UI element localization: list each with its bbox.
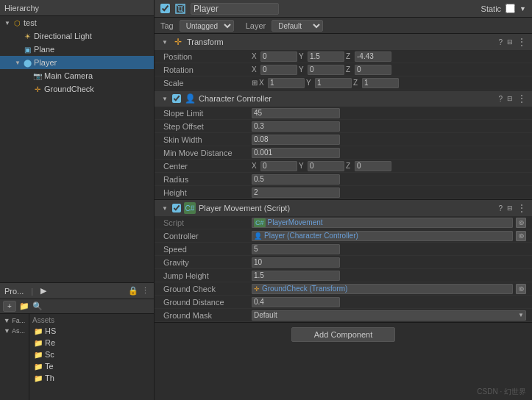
- transform-collapse[interactable]: ▼: [160, 38, 169, 46]
- tree-item-test[interactable]: ▼ ⬡ test: [0, 16, 154, 29]
- position-x-input[interactable]: [260, 51, 297, 62]
- project-title: Pro...: [4, 287, 24, 296]
- tree-item-player[interactable]: ▼ ⬤ Player: [0, 56, 154, 69]
- radius-label: Radius: [163, 175, 252, 184]
- step-offset-input[interactable]: [252, 121, 340, 132]
- cc-more-icon[interactable]: ⋮: [517, 93, 526, 104]
- y-label: Y: [299, 65, 306, 74]
- speed-input[interactable]: [252, 244, 340, 254]
- tree-item-plane[interactable]: ▶ ▣ Plane: [0, 43, 154, 56]
- radius-input[interactable]: [252, 174, 340, 185]
- ground-mask-dropdown[interactable]: Default ▼: [252, 310, 526, 321]
- scale-z-input[interactable]: [362, 78, 399, 88]
- folder-te[interactable]: 📁 Te: [32, 360, 151, 372]
- inspector-scroll[interactable]: ▼ ✛ Transform ? ⊟ ⋮ Position X Y: [155, 34, 532, 400]
- controller-link-btn[interactable]: ◎: [516, 231, 526, 241]
- step-offset-row: Step Offset: [155, 120, 532, 133]
- tree-item-directional-light[interactable]: ▶ ☀ Directional Light: [0, 29, 154, 43]
- tree-label: Player: [34, 58, 57, 67]
- folder-hs[interactable]: 📁 HS: [32, 325, 151, 337]
- step-offset-label: Step Offset: [163, 122, 252, 131]
- player-header: Static ▼: [155, 0, 532, 18]
- folder-re[interactable]: 📁 Re: [32, 337, 151, 349]
- pm-more-icon[interactable]: ⋮: [517, 203, 526, 213]
- player-name-input[interactable]: [191, 3, 279, 15]
- cc-collapse[interactable]: ▼: [160, 94, 169, 103]
- controller-icon-small: 👤: [254, 232, 262, 240]
- rotation-x-input[interactable]: [260, 65, 297, 75]
- z-label: Z: [346, 52, 353, 60]
- add-component-button[interactable]: Add Component: [291, 327, 396, 342]
- position-z-input[interactable]: [355, 51, 391, 62]
- gravity-input[interactable]: [252, 257, 340, 268]
- transform-more-icon[interactable]: ⋮: [517, 37, 526, 47]
- x-label: X: [259, 79, 266, 87]
- assets-sidebar: ▼ Fa... ▼ As...: [0, 314, 29, 400]
- pm-collapse[interactable]: ▼: [160, 204, 169, 213]
- active-checkbox[interactable]: [160, 4, 170, 13]
- script-ref-input[interactable]: C# PlayerMovement: [252, 218, 513, 228]
- center-z-input[interactable]: [355, 161, 391, 171]
- folder-th[interactable]: 📁 Th: [32, 372, 151, 384]
- more-icon: ⋮: [141, 286, 149, 296]
- layer-select[interactable]: Default: [272, 20, 323, 32]
- ground-check-link-btn[interactable]: ◎: [516, 284, 526, 294]
- ground-check-ref-input[interactable]: ✛ GroundCheck (Transform): [252, 284, 513, 294]
- tree-item-main-camera[interactable]: ▶ 📷 Main Camera: [0, 69, 154, 82]
- position-row: Position X Y Z: [155, 50, 532, 63]
- rotation-z-input[interactable]: [355, 65, 391, 75]
- cc-settings-icon[interactable]: ⊟: [507, 95, 513, 102]
- script-icon-small: C#: [254, 218, 266, 227]
- script-link-btn[interactable]: ◎: [516, 218, 526, 228]
- center-x-input[interactable]: [260, 161, 297, 171]
- jump-height-label: Jump Height: [163, 271, 252, 280]
- scale-x-input[interactable]: [268, 78, 305, 88]
- slope-limit-label: Slope Limit: [163, 109, 252, 118]
- ground-distance-input[interactable]: [252, 297, 340, 307]
- jump-height-row: Jump Height: [155, 269, 532, 282]
- pm-settings-icon[interactable]: ⊟: [507, 204, 513, 212]
- transform-help-icon[interactable]: ?: [498, 38, 503, 46]
- y-label: Y: [306, 79, 313, 87]
- min-move-label: Min Move Distance: [163, 149, 252, 157]
- hierarchy-tree: ▼ ⬡ test ▶ ☀ Directional Light ▶ ▣ Plane…: [0, 16, 154, 282]
- dropdown-arrow: ▼: [518, 312, 524, 318]
- cc-active-checkbox[interactable]: [172, 94, 181, 103]
- cc-help-icon[interactable]: ?: [498, 95, 503, 103]
- transform-header-left: ▼ ✛ Transform: [160, 36, 495, 48]
- ground-check-ref-text: GroundCheck (Transform): [262, 285, 347, 293]
- pm-active-checkbox[interactable]: [172, 204, 181, 213]
- controller-ref-input[interactable]: 👤 Player (Character Controller): [252, 231, 513, 241]
- folder-sc[interactable]: 📁 Sc: [32, 349, 151, 360]
- pm-help-icon[interactable]: ?: [498, 204, 503, 213]
- cc-height-value: [252, 188, 526, 198]
- scale-label: Scale: [163, 79, 252, 88]
- add-btn[interactable]: +: [3, 301, 16, 312]
- layer-label: Layer: [246, 21, 266, 30]
- script-value: C# PlayerMovement ◎: [252, 218, 526, 228]
- position-y-input[interactable]: [308, 51, 344, 62]
- skin-width-input[interactable]: [252, 135, 340, 145]
- scale-y-input[interactable]: [315, 78, 352, 88]
- center-y-input[interactable]: [308, 161, 344, 171]
- controller-row: Controller 👤 Player (Character Controlle…: [155, 229, 532, 243]
- tag-select[interactable]: Untagged: [180, 20, 234, 32]
- tree-item-groundcheck[interactable]: ▶ ✛ GroundCheck: [0, 82, 154, 96]
- hierarchy-title: Hierarchy: [4, 4, 39, 12]
- rotation-y-input[interactable]: [308, 65, 344, 75]
- cc-height-label: Height: [163, 188, 252, 197]
- character-controller-header: ▼ 👤 Character Controller ? ⊟ ⋮: [155, 90, 532, 107]
- cc-height-input[interactable]: [252, 188, 340, 198]
- project-header: Pro... | ▶ 🔒 ⋮: [0, 283, 154, 299]
- transform-settings-icon[interactable]: ⊟: [507, 38, 513, 46]
- ground-mask-row: Ground Mask Default ▼: [155, 309, 532, 322]
- min-move-value: [252, 148, 526, 158]
- console-title: ▶: [40, 286, 46, 296]
- lock-icon: 🔒: [128, 286, 138, 296]
- slope-limit-input[interactable]: [252, 108, 340, 118]
- static-checkbox[interactable]: [506, 4, 515, 13]
- jump-height-input[interactable]: [252, 271, 340, 281]
- arrow-icon: ▼: [519, 5, 526, 12]
- transform-section: ▼ ✛ Transform ? ⊟ ⋮ Position X Y: [155, 34, 532, 90]
- min-move-input[interactable]: [252, 148, 340, 158]
